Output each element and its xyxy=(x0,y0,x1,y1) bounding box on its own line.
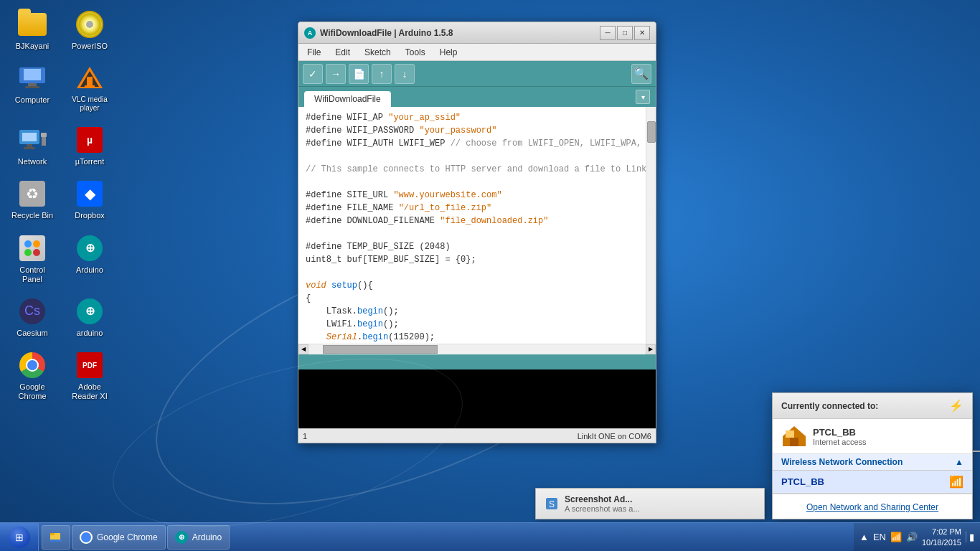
window-controls: ─ □ ✕ xyxy=(600,26,650,40)
network-item-name: PTCL_BB xyxy=(781,476,949,487)
menu-edit[interactable]: Edit xyxy=(329,46,356,59)
open-button[interactable]: ↑ xyxy=(372,64,392,84)
window-titlebar: A WifiDownloadFile | Arduino 1.5.8 ─ □ ✕ xyxy=(298,22,656,44)
svg-point-15 xyxy=(33,240,40,248)
network-entry: PTCL_BB Internet access xyxy=(781,425,963,448)
horizontal-scrollbar[interactable]: ◀ ▶ xyxy=(298,344,656,354)
desktop-icon-label: Network xyxy=(18,157,47,166)
start-orb: ⊞ xyxy=(9,527,30,548)
h-scroll-thumb[interactable] xyxy=(323,345,438,354)
tab-dropdown[interactable]: ▾ xyxy=(636,90,650,104)
close-button[interactable]: ✕ xyxy=(634,26,650,40)
desktop-icons: BJKayani PowerISO Computer xyxy=(7,7,115,405)
network-status-text: Internet access xyxy=(813,438,963,446)
minimize-button[interactable]: ─ xyxy=(600,26,616,40)
desktop-icon-label: Recycle Bin xyxy=(11,211,53,220)
desktop-icon-arduino2[interactable]: ⊕ arduino xyxy=(65,294,115,341)
lightning-icon: ⚡ xyxy=(949,399,963,413)
notification-content: Screenshot Ad... A screenshot was a... xyxy=(565,494,640,513)
desktop-icon-arduino[interactable]: ⊕ Arduino xyxy=(65,231,115,287)
menu-bar: File Edit Sketch Tools Help xyxy=(298,44,656,61)
desktop-icon-computer[interactable]: Computer xyxy=(7,61,57,116)
svg-rect-19 xyxy=(790,438,798,446)
scroll-track[interactable] xyxy=(308,344,646,354)
context-menu-disconnect[interactable]: Disconnect xyxy=(973,451,980,471)
svg-rect-7 xyxy=(85,85,95,88)
context-menu: Disconnect Status Properties xyxy=(972,451,980,452)
taskbar-item-chrome[interactable]: Google Chrome xyxy=(72,525,166,550)
desktop-icon-bjkayani[interactable]: BJKayani xyxy=(7,7,57,54)
tray-volume-icon[interactable]: 🔊 xyxy=(906,532,918,542)
taskbar-item-explorer[interactable] xyxy=(42,525,70,550)
desktop-icon-label: PowerISO xyxy=(72,42,108,51)
desktop-icon-network[interactable]: Network xyxy=(7,123,57,169)
desktop-icon-label: VLC mediaplayer xyxy=(72,95,107,113)
network-sharing-center-link[interactable]: Open Network and Sharing Center xyxy=(773,494,972,519)
chrome-taskbar-icon xyxy=(80,531,93,544)
maximize-button[interactable]: □ xyxy=(617,26,633,40)
desktop-icon-controlpanel[interactable]: ControlPanel xyxy=(7,231,57,287)
menu-tools[interactable]: Tools xyxy=(400,46,431,59)
network-name-block: PTCL_BB Internet access xyxy=(813,427,963,446)
desktop-icon-chrome[interactable]: Google Chrome xyxy=(7,348,57,404)
chevron-up-icon[interactable]: ▲ xyxy=(955,457,963,467)
tray-language-icon[interactable]: EN xyxy=(873,532,886,542)
arduino-icon: ⊕ xyxy=(77,235,103,261)
teal-status-bar xyxy=(298,354,656,369)
clock-time: 7:02 PM xyxy=(922,527,961,537)
code-editor[interactable]: #define WIFI_AP "your_ap_ssid" #define W… xyxy=(298,107,656,344)
context-menu-properties[interactable]: Properties xyxy=(973,490,980,509)
svg-rect-9 xyxy=(22,133,37,141)
notification-bar: S Screenshot Ad... A screenshot was a... xyxy=(535,488,765,519)
save-button[interactable]: ↓ xyxy=(395,64,415,84)
upload-button[interactable]: → xyxy=(326,64,346,84)
menu-help[interactable]: Help xyxy=(434,46,463,59)
network-icon xyxy=(18,127,47,153)
context-menu-status[interactable]: Status xyxy=(973,471,980,490)
arduino2-icon: ⊕ xyxy=(77,298,103,324)
desktop: BJKayani PowerISO Computer xyxy=(0,0,980,551)
start-button[interactable]: ⊞ xyxy=(0,523,39,552)
desktop-icon-label: BJKayani xyxy=(16,42,49,51)
desktop-icon-torrent[interactable]: µ µTorrent xyxy=(65,123,115,169)
tray-network-icon[interactable]: 📶 xyxy=(890,532,902,542)
system-tray: ▲ EN 📶 🔊 7:02 PM 10/18/2015 ▮ xyxy=(854,523,980,552)
tray-show-icon[interactable]: ▲ xyxy=(859,532,869,542)
desktop-icon-dropbox[interactable]: ◆ Dropbox xyxy=(65,176,115,223)
notification-subtitle: A screenshot was a... xyxy=(565,504,640,513)
menu-sketch[interactable]: Sketch xyxy=(359,46,397,59)
taskbar: ⊞ Google Chrome ⊕ Arduino xyxy=(0,522,980,551)
scrollbar-thumb[interactable] xyxy=(647,121,656,143)
scroll-right-button[interactable]: ▶ xyxy=(646,344,656,354)
scroll-left-button[interactable]: ◀ xyxy=(298,344,308,354)
control-panel-icon xyxy=(19,235,45,261)
desktop-icon-recycle[interactable]: ♻ Recycle Bin xyxy=(7,176,57,223)
desktop-icon-poweriso[interactable]: PowerISO xyxy=(65,7,115,54)
torrent-icon: µ xyxy=(77,127,103,153)
desktop-icon-label: Caesium xyxy=(17,329,47,338)
desktop-icon-vlc[interactable]: VLC mediaplayer xyxy=(65,61,115,116)
desktop-icon-label: Dropbox xyxy=(75,211,105,220)
desktop-icon-adobe[interactable]: PDF Adobe Reader XI xyxy=(65,348,115,404)
taskbar-item-arduino-label: Arduino xyxy=(192,532,222,542)
arduino-taskbar-icon: ⊕ xyxy=(175,531,188,544)
search-button[interactable]: 🔍 xyxy=(631,64,651,84)
desktop-icon-label: Google Chrome xyxy=(10,382,55,401)
desktop-icon-label: arduino xyxy=(77,329,103,338)
notification-icon: S xyxy=(545,496,559,511)
new-button[interactable]: 📄 xyxy=(349,64,369,84)
editor-tab[interactable]: WifiDownloadFile xyxy=(304,91,391,107)
svg-rect-6 xyxy=(87,77,93,85)
taskbar-items: Google Chrome ⊕ Arduino xyxy=(39,523,854,551)
system-clock[interactable]: 7:02 PM 10/18/2015 xyxy=(922,527,961,547)
menu-file[interactable]: File xyxy=(301,46,326,59)
bottom-status-bar: 1 LinkIt ONE on COM6 xyxy=(298,428,656,443)
taskbar-item-arduino[interactable]: ⊕ Arduino xyxy=(167,525,230,550)
verify-button[interactable]: ✓ xyxy=(303,64,323,84)
vertical-scrollbar[interactable] xyxy=(646,107,656,344)
network-list-item[interactable]: PTCL_BB 📶 xyxy=(773,471,972,494)
line-number: 1 xyxy=(303,432,307,441)
desktop-icon-caesium[interactable]: Cs Caesium xyxy=(7,294,57,341)
show-desktop-icon[interactable]: ▮ xyxy=(966,532,974,542)
arduino-title-icon: A xyxy=(304,27,316,39)
